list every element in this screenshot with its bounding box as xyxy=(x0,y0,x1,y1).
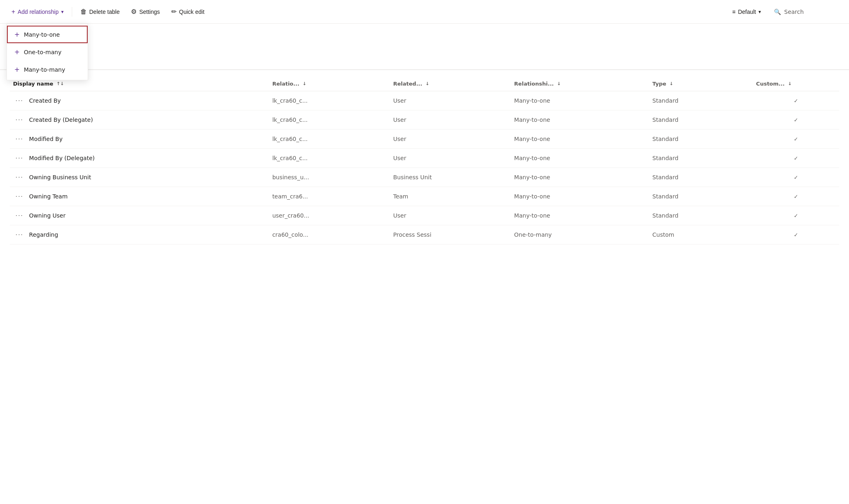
row-more-button[interactable]: ··· xyxy=(13,173,26,182)
relationships-table: Display name ↑↓ Relatio... ↓ Related... … xyxy=(10,77,839,244)
cell-custom: ✓ xyxy=(753,168,839,187)
cell-display-name: ··· Created By (Delegate) xyxy=(10,110,269,130)
custom-checkmark: ✓ xyxy=(794,98,798,104)
cell-relation: business_u... xyxy=(269,168,390,187)
cell-related: Team xyxy=(390,187,511,206)
row-more-button[interactable]: ··· xyxy=(13,211,26,220)
plus-icon: + xyxy=(14,48,20,56)
col-header-relation[interactable]: Relatio... ↓ xyxy=(269,77,390,91)
cell-display-name: ··· Created By xyxy=(10,91,269,110)
table-row: ··· Created By (Delegate) lk_cra60_c... … xyxy=(10,110,839,130)
gear-icon: ⚙ xyxy=(131,8,137,15)
cell-custom: ✓ xyxy=(753,130,839,149)
cell-display-name: ··· Owning Business Unit xyxy=(10,168,269,187)
cell-type: Standard xyxy=(649,91,753,110)
cell-relation: user_cra60... xyxy=(269,206,390,225)
cell-relation: cra60_colo... xyxy=(269,225,390,244)
cell-reltype: Many-to-one xyxy=(511,91,649,110)
row-more-button[interactable]: ··· xyxy=(13,230,26,239)
table-row: ··· Created By lk_cra60_c... User Many-t… xyxy=(10,91,839,110)
toolbar: + Add relationship ▾ 🗑 Delete table ⚙ Se… xyxy=(0,0,849,24)
toolbar-right: ≡ Default ▾ 🔍 Search xyxy=(727,6,842,18)
quick-edit-button[interactable]: ✏ Quick edit xyxy=(166,5,209,18)
cell-display-name: ··· Modified By xyxy=(10,130,269,149)
cell-relation: lk_cra60_c... xyxy=(269,149,390,168)
row-more-button[interactable]: ··· xyxy=(13,115,26,124)
dropdown-item-many-to-one[interactable]: + Many-to-one xyxy=(7,26,88,43)
cell-related: User xyxy=(390,91,511,110)
cell-reltype: One-to-many xyxy=(511,225,649,244)
dropdown-item-one-to-many[interactable]: + One-to-many xyxy=(7,43,88,61)
trash-icon: 🗑 xyxy=(80,8,87,15)
dropdown-item-many-to-many[interactable]: + Many-to-many xyxy=(7,61,88,78)
table-row: ··· Modified By (Delegate) lk_cra60_c...… xyxy=(10,149,839,168)
delete-table-button[interactable]: 🗑 Delete table xyxy=(75,6,125,18)
cell-relation: lk_cra60_c... xyxy=(269,110,390,130)
cell-relation: team_cra6... xyxy=(269,187,390,206)
plus-icon: + xyxy=(14,66,20,73)
col-header-reltype[interactable]: Relationshi... ↓ xyxy=(511,77,649,91)
cell-reltype: Many-to-one xyxy=(511,149,649,168)
col-header-type[interactable]: Type ↓ xyxy=(649,77,753,91)
table-header: Display name ↑↓ Relatio... ↓ Related... … xyxy=(10,77,839,91)
toolbar-divider xyxy=(72,7,72,17)
custom-checkmark: ✓ xyxy=(794,117,798,123)
sort-icon: ↓ xyxy=(670,81,673,86)
tabs: ...os Views xyxy=(0,54,849,70)
cell-reltype: Many-to-one xyxy=(511,168,649,187)
cell-related: Business Unit xyxy=(390,168,511,187)
cell-type: Standard xyxy=(649,206,753,225)
cell-custom: ✓ xyxy=(753,206,839,225)
row-more-button[interactable]: ··· xyxy=(13,134,26,143)
settings-button[interactable]: ⚙ Settings xyxy=(126,5,165,18)
cell-related: Process Sessi xyxy=(390,225,511,244)
default-view-button[interactable]: ≡ Default ▾ xyxy=(727,6,766,18)
table-container: Display name ↑↓ Relatio... ↓ Related... … xyxy=(0,70,849,251)
cell-type: Standard xyxy=(649,168,753,187)
cell-type: Standard xyxy=(649,110,753,130)
table-row: ··· Modified By lk_cra60_c... User Many-… xyxy=(10,130,839,149)
row-more-button[interactable]: ··· xyxy=(13,96,26,105)
cell-type: Standard xyxy=(649,130,753,149)
add-relationship-dropdown: + Many-to-one + One-to-many + Many-to-ma… xyxy=(7,24,88,80)
add-relationship-button[interactable]: + Add relationship ▾ xyxy=(7,6,69,18)
table-row: ··· Owning Business Unit business_u... B… xyxy=(10,168,839,187)
search-area[interactable]: 🔍 Search xyxy=(769,6,842,18)
row-more-button[interactable]: ··· xyxy=(13,154,26,163)
chevron-down-icon: ▾ xyxy=(61,9,64,15)
cell-reltype: Many-to-one xyxy=(511,110,649,130)
custom-checkmark: ✓ xyxy=(794,174,798,180)
cell-related: User xyxy=(390,149,511,168)
cell-display-name: ··· Owning User xyxy=(10,206,269,225)
custom-checkmark: ✓ xyxy=(794,136,798,142)
col-header-related[interactable]: Related... ↓ xyxy=(390,77,511,91)
search-icon: 🔍 xyxy=(774,9,781,15)
cell-display-name: ··· Owning Team xyxy=(10,187,269,206)
plus-icon: + xyxy=(14,31,20,38)
sort-icon: ↓ xyxy=(303,81,306,86)
cell-display-name: ··· Modified By (Delegate) xyxy=(10,149,269,168)
table-body: ··· Created By lk_cra60_c... User Many-t… xyxy=(10,91,839,244)
custom-checkmark: ✓ xyxy=(794,232,798,238)
cell-reltype: Many-to-one xyxy=(511,130,649,149)
breadcrumb: ...es › Color xyxy=(0,24,849,37)
table-row: ··· Owning User user_cra60... User Many-… xyxy=(10,206,839,225)
custom-checkmark: ✓ xyxy=(794,155,798,161)
cell-related: User xyxy=(390,110,511,130)
pencil-icon: ✏ xyxy=(171,8,177,15)
cell-custom: ✓ xyxy=(753,110,839,130)
sort-icon: ↓ xyxy=(788,81,792,86)
cell-reltype: Many-to-one xyxy=(511,187,649,206)
cell-reltype: Many-to-one xyxy=(511,206,649,225)
cell-custom: ✓ xyxy=(753,225,839,244)
row-more-button[interactable]: ··· xyxy=(13,192,26,201)
col-header-custom[interactable]: Custom... ↓ xyxy=(753,77,839,91)
sort-icon: ↓ xyxy=(557,81,561,86)
custom-checkmark: ✓ xyxy=(794,194,798,200)
custom-checkmark: ✓ xyxy=(794,213,798,219)
sort-icon: ↓ xyxy=(425,81,429,86)
cell-related: User xyxy=(390,130,511,149)
cell-type: Standard xyxy=(649,149,753,168)
cell-custom: ✓ xyxy=(753,187,839,206)
chevron-down-icon: ▾ xyxy=(758,9,761,15)
